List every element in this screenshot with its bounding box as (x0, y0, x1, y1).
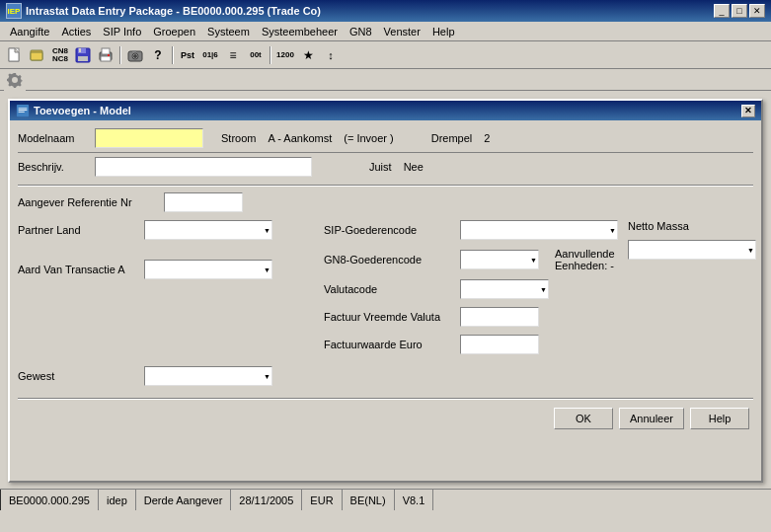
menu-aangifte[interactable]: Aangifte (4, 25, 55, 38)
toolbar-btn-list[interactable]: ≡ (222, 44, 244, 66)
valutacode-combo[interactable] (460, 279, 549, 299)
gewest-combo[interactable] (144, 366, 272, 386)
invoer-label: (= Invoer ) (344, 132, 393, 144)
svg-rect-17 (19, 110, 28, 111)
svg-rect-2 (31, 52, 42, 60)
factuur-vreemd-input[interactable] (460, 307, 539, 327)
gewest-select[interactable] (144, 366, 272, 386)
app-icon: IEP (6, 3, 22, 19)
menu-sip-info[interactable]: SIP Info (97, 25, 147, 38)
menu-venster[interactable]: Venster (378, 25, 426, 38)
svg-point-13 (133, 54, 137, 58)
help-button[interactable]: Help (690, 408, 749, 429)
menu-gn8[interactable]: GN8 (344, 25, 378, 38)
toolbar-btn-star[interactable]: ★ (297, 44, 319, 66)
svg-rect-18 (19, 112, 25, 113)
stroom-value: A - Aankomst (268, 132, 332, 144)
maximize-button[interactable]: □ (732, 4, 747, 18)
toolbar-btn-help[interactable]: ? (147, 44, 169, 66)
toolbar-btn-open[interactable] (27, 44, 48, 66)
factuurwaarde-input[interactable] (460, 335, 539, 354)
modelnaam-label: Modelnaam (18, 132, 87, 144)
toolbar-sep-3 (270, 46, 271, 64)
aangever-ref-label: Aangever Referentie Nr (18, 196, 156, 208)
annuleer-button[interactable]: Annuleer (619, 408, 684, 429)
juist-label: Juist (369, 161, 392, 173)
menu-bar: Aangifte Acties SIP Info Groepen Systeem… (0, 22, 771, 41)
netto-massa-select[interactable] (628, 240, 756, 260)
status-country: BE(NL) (343, 490, 395, 510)
toolbar-btn-arrows[interactable]: ↕ (320, 44, 342, 66)
stroom-label: Stroom (221, 132, 256, 144)
gn8-goederen-label: GN8-Goederencode (324, 254, 452, 266)
toolbar-btn-pst[interactable]: Pst (177, 44, 198, 66)
gn8-goederen-combo[interactable] (460, 250, 539, 269)
toolbar-btn-new[interactable] (4, 44, 26, 66)
toolbar-btn-00t[interactable]: 00t (245, 44, 267, 66)
menu-systeem[interactable]: Systeem (201, 25, 256, 38)
aard-transactie-label: Aard Van Transactie A (18, 264, 136, 275)
svg-rect-9 (101, 56, 111, 61)
aangever-ref-input[interactable] (164, 192, 243, 212)
aanvullende-label: Aanvullende Eenheden: - (555, 248, 618, 271)
minimize-button[interactable]: _ (714, 4, 730, 18)
menu-systeembeheer[interactable]: Systeembeheer (256, 25, 344, 38)
status-role: Derde Aangever (136, 490, 232, 510)
toolbar-btn-print[interactable] (95, 44, 116, 66)
valutacode-select[interactable] (460, 279, 549, 299)
netto-massa-combo[interactable] (628, 240, 756, 260)
window-controls[interactable]: _ □ ✕ (714, 4, 765, 18)
status-bar: BE0000.000.295 idep Derde Aangever 28/11… (0, 489, 771, 510)
toolbar-btn-1200[interactable]: 1200 (274, 44, 296, 66)
dialog-title-text: Toevoegen - Model (34, 105, 131, 116)
juist-value: Nee (404, 161, 424, 173)
menu-acties[interactable]: Acties (55, 25, 97, 38)
beschrijv-label: Beschrijv. (18, 161, 87, 173)
menu-groepen[interactable]: Groepen (147, 25, 201, 38)
toolbar-btn-0116[interactable]: 01|6 (199, 44, 221, 66)
svg-rect-8 (102, 48, 110, 54)
factuurwaarde-label: Factuurwaarde Euro (324, 339, 452, 350)
status-date: 28/11/2005 (231, 490, 302, 510)
factuur-vreemd-label: Factuur Vreemde Valuta (324, 311, 452, 323)
drempel-value: 2 (484, 132, 490, 144)
svg-point-10 (108, 54, 110, 56)
dialog-toevoegen-model: Toevoegen - Model ✕ Modelnaam Stroom A -… (8, 99, 763, 483)
toolbar-btn-camera[interactable] (124, 44, 146, 66)
toolbar-btn-cn8[interactable]: CN8NC8 (49, 44, 71, 66)
sip-goederen-select[interactable] (460, 220, 618, 240)
status-currency: EUR (302, 490, 342, 510)
toolbar-btn-save[interactable] (72, 44, 94, 66)
svg-rect-16 (19, 108, 28, 109)
sip-goederen-label: SIP-Goederencode (324, 224, 452, 236)
aard-transactie-combo[interactable] (144, 260, 272, 279)
ok-button[interactable]: OK (554, 408, 613, 429)
dialog-close-button[interactable]: ✕ (741, 105, 755, 117)
status-user: idep (99, 490, 136, 510)
svg-rect-14 (132, 50, 136, 52)
partner-land-combo[interactable] (144, 220, 272, 240)
modelnaam-input[interactable] (95, 128, 203, 148)
svg-rect-5 (79, 48, 81, 52)
partner-land-select[interactable] (144, 220, 272, 240)
status-version: V8.1 (395, 490, 434, 510)
toolbar-sep-2 (172, 46, 174, 64)
gn8-goederen-select[interactable] (460, 250, 539, 269)
netto-massa-label: Netto Massa (628, 220, 689, 232)
main-area: Toevoegen - Model ✕ Modelnaam Stroom A -… (0, 91, 771, 510)
app-title: Intrastat Data Entry Package - BE0000.00… (26, 5, 321, 17)
toolbar2-btn-gear[interactable] (4, 69, 26, 91)
dialog-content: Modelnaam Stroom A - Aankomst (= Invoer … (10, 120, 761, 437)
toolbar2 (0, 69, 771, 91)
beschrijv-input[interactable] (95, 157, 312, 177)
gewest-label: Gewest (18, 370, 136, 382)
svg-rect-6 (78, 56, 88, 61)
title-bar: IEP Intrastat Data Entry Package - BE000… (0, 0, 771, 22)
toolbar: CN8NC8 ? Pst 01|6 ≡ 00t 1200 ★ ↕ (0, 41, 771, 69)
status-company: BE0000.000.295 (0, 490, 99, 510)
menu-help[interactable]: Help (426, 25, 461, 38)
aard-transactie-select[interactable] (144, 260, 272, 279)
sip-goederen-combo[interactable] (460, 220, 618, 240)
close-button[interactable]: ✕ (749, 4, 765, 18)
drempel-label: Drempel (431, 132, 473, 144)
